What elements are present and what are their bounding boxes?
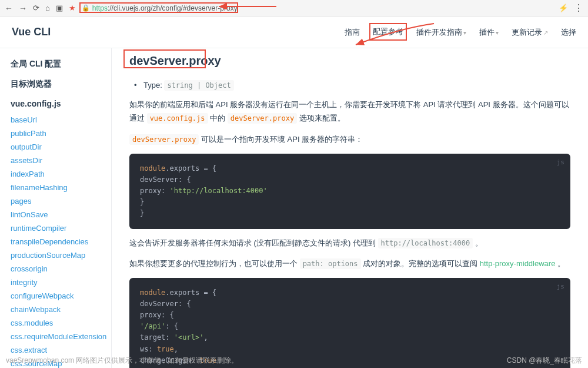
chevron-down-icon: ▾ [496,29,499,36]
paragraph: 如果你想要更多的代理控制行为，也可以使用一个 path: options 成对的… [129,257,570,271]
code-block-1: js module.exports = { devServer: { proxy… [129,154,570,229]
top-nav: Vue CLI 指南 配置参考 插件开发指南▾ 插件▾ 更新记录↗ 选择 [0,16,588,48]
type-value: string | Object [164,80,233,91]
type-line: Type: string | Object [142,81,570,89]
sidebar-item[interactable]: crossorigin [11,262,111,276]
home-icon[interactable]: ⌂ [45,4,50,12]
url-host: ://cli.vuejs.org [108,4,151,12]
sidebar-section-browsers[interactable]: 目标浏览器 [11,79,111,89]
sidebar-item[interactable]: indexPath [11,167,111,181]
code-block-2: js module.exports = { devServer: { proxy… [129,278,570,368]
menu-icon[interactable]: ⋮ [574,2,583,14]
sidebar-section-global[interactable]: 全局 CLI 配置 [11,59,111,69]
external-icon: ↗ [543,29,548,36]
sidebar-item[interactable]: filenameHashing [11,181,111,194]
sidebar-item[interactable]: chainWebpack [11,303,111,316]
nav-plugins[interactable]: 插件▾ [479,25,499,40]
bookmark-icon[interactable]: ▣ [56,4,63,12]
nav-changelog[interactable]: 更新记录↗ [512,25,548,40]
sidebar-item[interactable]: runtimeCompiler [11,221,111,235]
star-icon[interactable]: ★ [69,4,76,12]
paragraph: 如果你的前端应用和后端 API 服务器没有运行在同一个主机上，你需要在开发环境下… [129,98,570,125]
watermark-right: CSDN @春晓_春眠花落 [507,356,582,366]
sidebar-item[interactable]: assetsDir [11,154,111,167]
link-http-proxy[interactable]: http-proxy-middleware [480,259,556,268]
url-bar[interactable]: 🔒 https://cli.vuejs.org/zh/config/#devse… [82,4,553,12]
forward-icon[interactable]: → [19,4,27,13]
nav-guide[interactable]: 指南 [345,25,360,40]
sidebar[interactable]: 全局 CLI 配置 目标浏览器 vue.config.js baseUrl pu… [0,48,112,368]
logo[interactable]: Vue CLI [12,26,51,38]
watermark-left: vaeSrepwmoban.com 网络图片仅供展示，非存储，如有侵权请联系删除… [6,356,238,366]
code-lang: js [557,281,564,292]
code-lang: js [557,157,564,168]
sidebar-item[interactable]: integrity [11,276,111,289]
sidebar-item[interactable]: productionSourceMap [11,248,111,262]
sidebar-item[interactable]: css.modules [11,316,111,330]
browser-bar: ← → ⟳ ⌂ ▣ ★ 🔒 https://cli.vuejs.org/zh/c… [0,0,588,16]
sidebar-item[interactable]: baseUrl [11,113,111,127]
page-title: devServer.proxy [129,54,221,68]
sidebar-section-vueconfig[interactable]: vue.config.js [11,99,111,108]
chevron-down-icon: ▾ [463,29,466,36]
url-path: /zh/config/#devserver-proxy [151,4,237,12]
content[interactable]: devServer.proxy Type: string | Object 如果… [112,48,588,368]
nav-links: 指南 配置参考 插件开发指南▾ 插件▾ 更新记录↗ 选择 [345,24,576,41]
paragraph: 这会告诉开发服务器将任何未知请求 (没有匹配到静态文件的请求) 代理到 http… [129,236,570,250]
sidebar-item[interactable]: transpileDependencies [11,235,111,248]
reload-icon[interactable]: ⟳ [33,4,39,12]
url-protocol: https [92,4,108,12]
sidebar-item[interactable]: publicPath [11,127,111,140]
sidebar-item[interactable]: configureWebpack [11,289,111,303]
lock-icon: 🔒 [82,4,90,12]
sidebar-item[interactable]: css.extract [11,343,111,357]
back-icon[interactable]: ← [5,4,13,13]
sidebar-item[interactable]: outputDir [11,140,111,154]
sidebar-item[interactable]: pages [11,194,111,208]
paragraph: devServer.proxy 可以是一个指向开发环境 API 服务器的字符串： [129,132,570,147]
nav-plugin-dev[interactable]: 插件开发指南▾ [416,25,466,40]
nav-select[interactable]: 选择 [561,25,576,40]
sidebar-item[interactable]: css.requireModuleExtension [11,330,111,343]
sidebar-item[interactable]: lintOnSave [11,208,111,221]
lightning-icon[interactable]: ⚡ [559,4,568,12]
nav-config[interactable]: 配置参考 [373,24,403,41]
